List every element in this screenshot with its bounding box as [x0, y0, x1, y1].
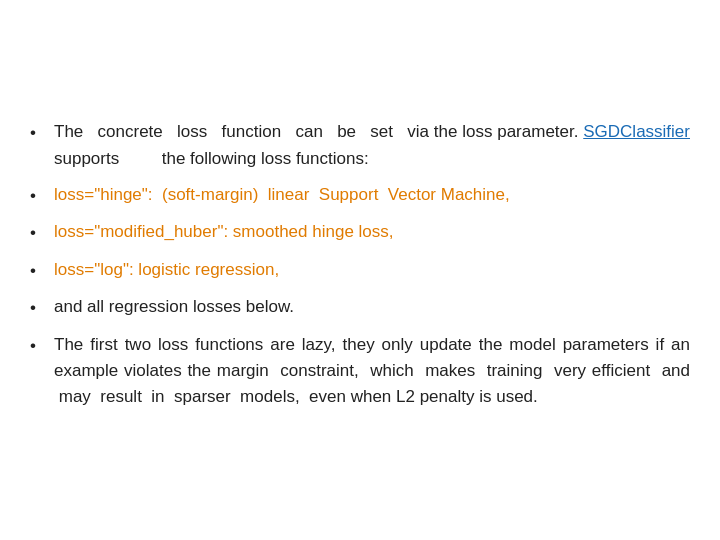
bullet3-text: loss="modified_huber": smoothed hinge lo…: [54, 219, 690, 245]
bullet5-text: and all regression losses below.: [54, 294, 690, 320]
sgdclassifier-link[interactable]: SGDClassifier: [583, 122, 690, 141]
list-item: • and all regression losses below.: [30, 294, 690, 321]
bullet6-text: The first two loss functions are lazy, t…: [54, 332, 690, 411]
bullet4-text: loss="log": logistic regression,: [54, 257, 690, 283]
bullet-char: •: [30, 333, 52, 359]
bullet2-text: loss="hinge": (soft-margin) linear Suppo…: [54, 182, 690, 208]
bullet-char: •: [30, 258, 52, 284]
list-item: • The first two loss functions are lazy,…: [30, 332, 690, 411]
list-item: • loss="log": logistic regression,: [30, 257, 690, 284]
bullet-char: •: [30, 220, 52, 246]
list-item: • The concrete loss function can be set …: [30, 119, 690, 172]
bullet-char: •: [30, 120, 52, 146]
list-item: • loss="hinge": (soft-margin) linear Sup…: [30, 182, 690, 209]
bullet-char: •: [30, 295, 52, 321]
list-item: • loss="modified_huber": smoothed hinge …: [30, 219, 690, 246]
main-content: • The concrete loss function can be set …: [20, 99, 700, 440]
bullet1-text: The concrete loss function can be set vi…: [54, 119, 690, 172]
bullet-char: •: [30, 183, 52, 209]
bullet-list: • The concrete loss function can be set …: [30, 119, 690, 410]
